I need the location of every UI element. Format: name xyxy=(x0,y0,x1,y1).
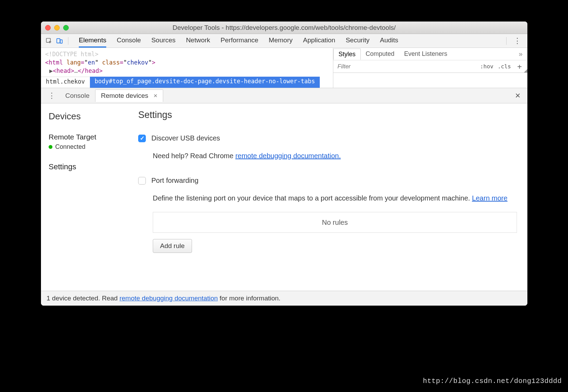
sidebar-item-remote-target[interactable]: Remote Target xyxy=(49,133,138,141)
status-label: Connected xyxy=(55,143,85,151)
devices-sidebar: Devices Remote Target Connected Settings xyxy=(41,103,138,291)
styles-tab-styles[interactable]: Styles xyxy=(333,49,361,60)
svg-rect-1 xyxy=(57,39,60,43)
tab-performance[interactable]: Performance xyxy=(220,34,258,48)
attr-value: en xyxy=(88,59,95,66)
sidebar-item-settings[interactable]: Settings xyxy=(49,162,138,171)
devtools-window: Developer Tools - https://developers.goo… xyxy=(41,22,527,306)
tab-console[interactable]: Console xyxy=(117,34,141,48)
status-dot-icon xyxy=(49,145,52,149)
status-bar: 1 device detected. Read remote debugging… xyxy=(41,291,527,306)
connection-status: Connected xyxy=(49,143,138,151)
titlebar: Developer Tools - https://developers.goo… xyxy=(41,22,527,34)
usb-checkbox[interactable] xyxy=(138,135,146,142)
device-toggle-icon[interactable] xyxy=(54,36,65,46)
kebab-menu-icon[interactable]: ⋮ xyxy=(510,36,525,45)
dom-line: <!DOCTYPE html> xyxy=(45,51,329,58)
main-toolbar: Elements Console Sources Network Perform… xyxy=(41,34,527,48)
styles-tabs-more-icon[interactable]: » xyxy=(514,50,527,58)
new-style-rule-icon[interactable]: + xyxy=(515,62,524,71)
add-rule-button[interactable]: Add rule xyxy=(153,239,192,253)
tab-sources[interactable]: Sources xyxy=(151,34,176,48)
usb-help-text: Need help? Read Chrome remote debugging … xyxy=(153,151,517,161)
setting-usb: Discover USB devices Need help? Read Chr… xyxy=(138,134,517,161)
help-prefix: Need help? Read Chrome xyxy=(153,152,235,160)
portfwd-checkbox-label: Port forwarding xyxy=(151,177,199,185)
drawer-menu-icon[interactable]: ⋮ xyxy=(44,91,60,100)
drawer-tab-console[interactable]: Console xyxy=(60,90,95,102)
portfwd-checkbox[interactable] xyxy=(138,177,146,185)
tab-memory[interactable]: Memory xyxy=(269,34,293,48)
attr-name: class xyxy=(102,59,120,66)
status-doc-link[interactable]: remote debugging documentation xyxy=(119,295,218,302)
breadcrumb-item[interactable]: html.chekov xyxy=(41,77,90,88)
remote-debugging-doc-link[interactable]: remote debugging documentation. xyxy=(235,152,341,160)
main-tabs: Elements Console Sources Network Perform… xyxy=(79,34,398,48)
dom-tree[interactable]: <!DOCTYPE html> <html lang="en" class="c… xyxy=(41,48,333,88)
svg-rect-2 xyxy=(60,40,62,43)
toolbar-separator xyxy=(506,37,507,45)
close-tab-icon[interactable]: × xyxy=(153,92,157,99)
styles-filter-input[interactable] xyxy=(333,63,480,70)
close-drawer-icon[interactable]: × xyxy=(511,90,525,101)
drawer-tabbar: ⋮ Console Remote devices × × xyxy=(41,88,527,103)
setting-port-forwarding: Port forwarding Define the listening por… xyxy=(138,177,517,253)
drawer-tab-label: Remote devices xyxy=(101,92,148,99)
styles-tab-computed[interactable]: Computed xyxy=(361,49,399,59)
learn-more-link[interactable]: Learn more xyxy=(472,194,507,202)
port-rules-empty: No rules xyxy=(153,212,517,233)
portfwd-desc: Define the listening port on your device… xyxy=(153,193,517,204)
tab-audits[interactable]: Audits xyxy=(380,34,398,48)
styles-tab-eventlisteners[interactable]: Event Listeners xyxy=(399,49,452,59)
status-suffix: for more information. xyxy=(218,295,281,302)
toolbar-separator xyxy=(68,37,68,45)
tab-network[interactable]: Network xyxy=(186,34,210,48)
status-prefix: 1 device detected. Read xyxy=(47,295,119,302)
tag-close: </head> xyxy=(78,67,103,74)
settings-heading: Settings xyxy=(138,110,517,120)
window-title: Developer Tools - https://developers.goo… xyxy=(41,24,527,32)
resize-corner-icon[interactable] xyxy=(524,69,527,73)
sidebar-heading: Devices xyxy=(49,111,138,122)
cls-toggle[interactable]: .cls xyxy=(498,63,511,70)
styles-filter-row: :hov .cls + xyxy=(333,60,527,73)
usb-checkbox-label: Discover USB devices xyxy=(151,134,220,142)
inspect-element-icon[interactable] xyxy=(44,36,54,46)
breadcrumb: html.chekov body#top_of_page.devsite-doc… xyxy=(41,77,333,88)
tag-open: <head> xyxy=(53,67,74,74)
tab-security[interactable]: Security xyxy=(346,34,370,48)
attr-name: lang xyxy=(66,59,81,66)
styles-tabs: Styles Computed Event Listeners » xyxy=(333,48,527,60)
drawer-body: Devices Remote Target Connected Settings… xyxy=(41,103,527,291)
tab-application[interactable]: Application xyxy=(303,34,335,48)
elements-panel: <!DOCTYPE html> <html lang="en" class="c… xyxy=(41,48,527,88)
hov-toggle[interactable]: :hov xyxy=(480,63,494,70)
tag-name: html xyxy=(49,59,63,66)
styles-pane: Styles Computed Event Listeners » :hov .… xyxy=(333,48,527,88)
breadcrumb-item-selected[interactable]: body#top_of_page.devsite-doc-page.devsit… xyxy=(90,77,320,88)
dom-line: ▶<head>…</head> xyxy=(45,67,329,74)
tab-elements[interactable]: Elements xyxy=(79,34,106,48)
attr-value: chekov xyxy=(127,59,148,66)
drawer-tab-remote-devices[interactable]: Remote devices × xyxy=(95,90,164,102)
desc-prefix: Define the listening port on your device… xyxy=(153,194,472,202)
settings-panel: Settings Discover USB devices Need help?… xyxy=(138,103,527,291)
watermark: http://blog.csdn.net/dong123dddd xyxy=(423,377,562,385)
dom-line: <html lang="en" class="chekov"> xyxy=(45,59,329,66)
